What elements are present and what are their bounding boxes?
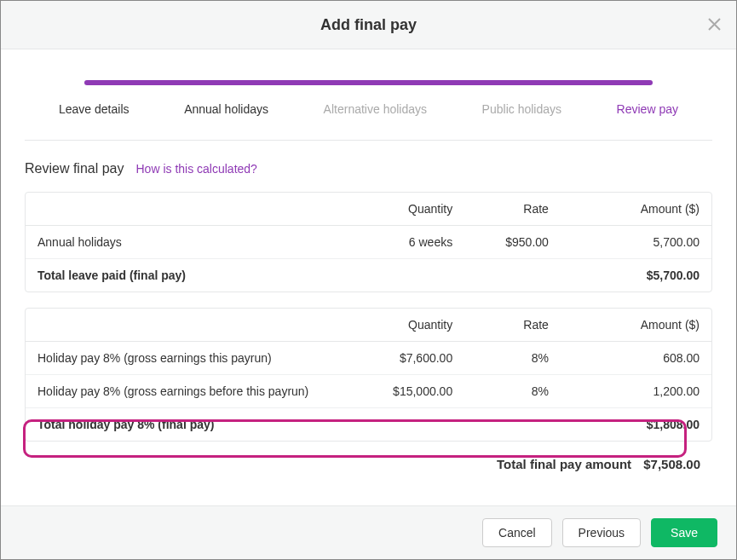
total-leave-paid-row: Total leave paid (final pay) $5,700.00 bbox=[26, 259, 711, 292]
cell-desc: Holiday pay 8% (gross earnings this payr… bbox=[26, 342, 341, 375]
table-row: Holiday pay 8% (gross earnings this payr… bbox=[26, 342, 711, 375]
save-button[interactable]: Save bbox=[651, 518, 717, 547]
col-header-amount: Amount ($) bbox=[561, 309, 711, 342]
cell-desc: Holiday pay 8% (gross earnings before th… bbox=[26, 375, 341, 408]
total-desc: Total holiday pay 8% (final pay) bbox=[26, 408, 341, 441]
cell-amount: 5,700.00 bbox=[561, 226, 711, 259]
step-alternative-holidays[interactable]: Alternative holidays bbox=[324, 102, 427, 116]
section-header: Review final pay How is this calculated? bbox=[25, 161, 712, 176]
table-header-row: Quantity Rate Amount ($) bbox=[26, 193, 711, 226]
col-header-desc bbox=[26, 309, 341, 342]
col-header-rate: Rate bbox=[464, 309, 561, 342]
total-amount: $5,700.00 bbox=[561, 259, 711, 292]
modal-footer: Cancel Previous Save bbox=[1, 505, 736, 559]
cancel-button[interactable]: Cancel bbox=[482, 518, 552, 547]
total-amount: $1,808.00 bbox=[561, 408, 711, 441]
previous-button[interactable]: Previous bbox=[562, 518, 641, 547]
progress-bar bbox=[84, 80, 653, 85]
grand-total-amount: $7,508.00 bbox=[643, 457, 700, 471]
table-row: Annual holidays 6 weeks $950.00 5,700.00 bbox=[26, 226, 711, 259]
step-annual-holidays[interactable]: Annual holidays bbox=[184, 102, 268, 116]
modal-title: Add final pay bbox=[320, 16, 417, 34]
modal-body: Leave details Annual holidays Alternativ… bbox=[1, 49, 736, 505]
close-icon bbox=[708, 15, 721, 35]
col-header-quantity: Quantity bbox=[341, 193, 464, 226]
modal-header: Add final pay bbox=[1, 1, 736, 49]
step-leave-details[interactable]: Leave details bbox=[59, 102, 130, 116]
step-public-holidays[interactable]: Public holidays bbox=[482, 102, 561, 116]
table-header-row: Quantity Rate Amount ($) bbox=[26, 309, 711, 342]
col-header-rate: Rate bbox=[464, 193, 561, 226]
section-title: Review final pay bbox=[25, 161, 124, 176]
holiday-pay-table: Quantity Rate Amount ($) Holiday pay 8% … bbox=[25, 308, 712, 442]
cell-qty: 6 weeks bbox=[341, 226, 464, 259]
col-header-quantity: Quantity bbox=[341, 309, 464, 342]
cell-rate: 8% bbox=[464, 342, 561, 375]
cell-qty: $15,000.00 bbox=[341, 375, 464, 408]
help-link[interactable]: How is this calculated? bbox=[136, 162, 257, 176]
cell-rate: 8% bbox=[464, 375, 561, 408]
cell-desc: Annual holidays bbox=[26, 226, 341, 259]
step-labels: Leave details Annual holidays Alternativ… bbox=[25, 102, 712, 141]
step-review-pay[interactable]: Review pay bbox=[617, 102, 678, 116]
total-holiday-pay-row: Total holiday pay 8% (final pay) $1,808.… bbox=[26, 408, 711, 441]
cell-amount: 608.00 bbox=[561, 342, 711, 375]
cell-amount: 1,200.00 bbox=[561, 375, 711, 408]
leave-paid-table: Quantity Rate Amount ($) Annual holidays… bbox=[25, 192, 712, 292]
col-header-desc bbox=[26, 193, 341, 226]
grand-total: Total final pay amount $7,508.00 bbox=[25, 457, 712, 475]
cell-qty: $7,600.00 bbox=[341, 342, 464, 375]
grand-total-label: Total final pay amount bbox=[497, 457, 631, 471]
cell-rate: $950.00 bbox=[464, 226, 561, 259]
table-row: Holiday pay 8% (gross earnings before th… bbox=[26, 375, 711, 408]
stepper: Leave details Annual holidays Alternativ… bbox=[25, 80, 712, 141]
close-button[interactable] bbox=[704, 14, 724, 35]
total-desc: Total leave paid (final pay) bbox=[26, 259, 341, 292]
modal-add-final-pay: Add final pay Leave details Annual holid… bbox=[0, 0, 737, 560]
col-header-amount: Amount ($) bbox=[561, 193, 711, 226]
